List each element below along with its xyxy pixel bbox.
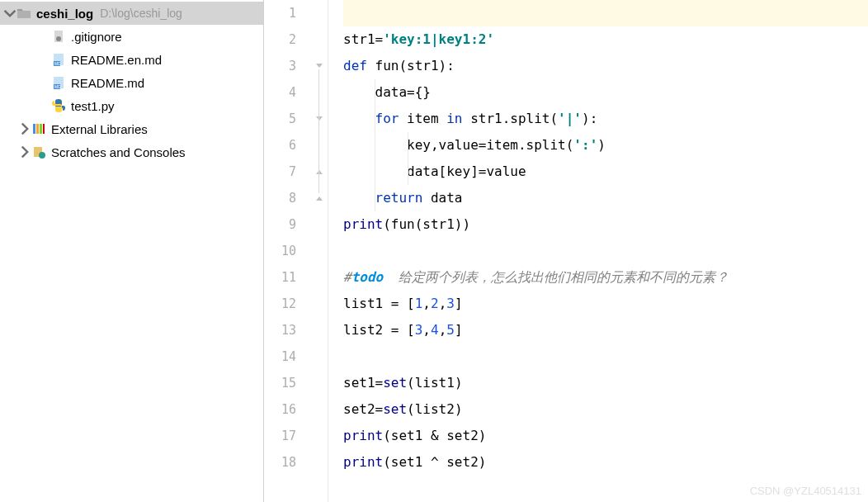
tree-scratches-label: Scratches and Consoles	[51, 145, 186, 159]
code-editor[interactable]: 123456789101112131415161718 str1='key:1|…	[264, 0, 868, 502]
fold-open-icon[interactable]	[314, 113, 325, 125]
folder-icon	[17, 6, 31, 21]
line-gutter[interactable]: 123456789101112131415161718	[264, 0, 312, 502]
code-line[interactable]: data={}	[343, 79, 868, 106]
line-number[interactable]: 14	[264, 343, 296, 370]
chevron-right-icon[interactable]	[18, 122, 31, 135]
tree-root-path: D:\log\ceshi_log	[100, 7, 182, 20]
python-icon	[51, 98, 66, 113]
code-line[interactable]: print(set1 & set2)	[343, 423, 868, 449]
code-line[interactable]: set2=set(list2)	[343, 396, 868, 423]
chevron-right-icon[interactable]	[18, 145, 31, 159]
line-number[interactable]: 1	[264, 0, 296, 26]
line-number[interactable]: 9	[264, 211, 296, 238]
fold-open-icon[interactable]	[314, 60, 325, 72]
svg-rect-10	[40, 124, 42, 134]
code-line[interactable]: list2 = [3,4,5]	[343, 317, 868, 343]
line-number[interactable]: 17	[264, 423, 296, 449]
tree-file-label: README.md	[71, 76, 144, 90]
tree-file[interactable]: .gitignore	[0, 25, 263, 48]
tree-file[interactable]: test1.py	[0, 94, 263, 117]
svg-rect-11	[43, 124, 45, 134]
tree-root[interactable]: ceshi_log D:\log\ceshi_log	[0, 2, 263, 25]
svg-text:MD: MD	[54, 84, 61, 89]
line-number[interactable]: 12	[264, 291, 296, 317]
line-number[interactable]: 6	[264, 132, 296, 159]
svg-point-1	[56, 36, 61, 41]
svg-text:MD: MD	[54, 61, 61, 66]
code-line[interactable]: print(set1 ^ set2)	[343, 449, 868, 476]
tree-file-label: .gitignore	[71, 30, 122, 44]
fold-close-icon[interactable]	[314, 192, 325, 204]
code-line[interactable]: set1=set(list1)	[343, 370, 868, 396]
code-line[interactable]	[343, 0, 868, 26]
code-line[interactable]: #todo 给定两个列表，怎么找出他们相同的元素和不同的元素？	[343, 264, 868, 291]
line-number[interactable]: 18	[264, 449, 296, 476]
code-line[interactable]: data[key]=value	[343, 159, 868, 185]
svg-point-13	[39, 152, 45, 159]
line-number[interactable]: 8	[264, 185, 296, 211]
scratch-icon	[31, 144, 46, 159]
code-line[interactable]: return data	[343, 185, 868, 211]
line-number[interactable]: 16	[264, 396, 296, 423]
line-number[interactable]: 11	[264, 264, 296, 291]
fold-column[interactable]	[312, 0, 328, 502]
project-tree[interactable]: ceshi_log D:\log\ceshi_log .gitignore MD…	[0, 0, 264, 502]
markdown-icon: MD	[51, 52, 66, 67]
code-line[interactable]	[343, 343, 868, 370]
line-number[interactable]: 2	[264, 26, 296, 53]
markdown-icon: MD	[51, 75, 66, 90]
tree-external-libraries[interactable]: External Libraries	[0, 117, 263, 140]
watermark: CSDN @YZL40514131	[750, 485, 861, 497]
tree-file[interactable]: MD README.md	[0, 71, 263, 94]
code-line[interactable]: def fun(str1):	[343, 53, 868, 79]
fold-close-icon[interactable]	[314, 166, 325, 178]
code-line[interactable]: list1 = [1,2,3]	[343, 291, 868, 317]
library-icon	[31, 121, 46, 136]
tree-file[interactable]: MD README.en.md	[0, 48, 263, 71]
tree-root-label: ceshi_log	[36, 7, 93, 21]
line-number[interactable]: 4	[264, 79, 296, 106]
tree-file-label: test1.py	[71, 99, 115, 113]
line-number[interactable]: 13	[264, 317, 296, 343]
svg-rect-8	[33, 124, 35, 134]
line-number[interactable]: 5	[264, 106, 296, 132]
line-number[interactable]: 3	[264, 53, 296, 79]
code-line[interactable]: print(fun(str1))	[343, 211, 868, 238]
code-line[interactable]: str1='key:1|key1:2'	[343, 26, 868, 53]
svg-rect-9	[36, 124, 39, 134]
gitignore-icon	[51, 29, 66, 44]
line-number[interactable]: 10	[264, 238, 296, 264]
line-number[interactable]: 7	[264, 159, 296, 185]
tree-external-label: External Libraries	[51, 122, 148, 136]
code-area[interactable]: str1='key:1|key1:2'def fun(str1): data={…	[328, 0, 868, 502]
code-line[interactable]: for item in str1.split('|'):	[343, 106, 868, 132]
line-number[interactable]: 15	[264, 370, 296, 396]
tree-file-label: README.en.md	[71, 53, 162, 67]
code-line[interactable]: key,value=item.split(':')	[343, 132, 868, 159]
chevron-down-icon[interactable]	[3, 7, 17, 20]
code-line[interactable]	[343, 238, 868, 264]
tree-scratches[interactable]: Scratches and Consoles	[0, 140, 263, 163]
